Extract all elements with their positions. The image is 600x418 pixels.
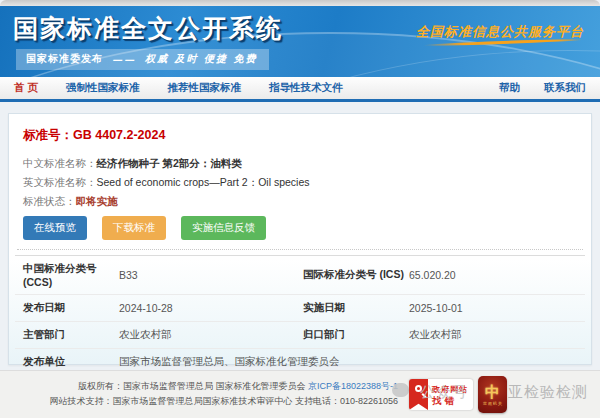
issuing-unit-value: 国家市场监督管理总局、国家标准化管理委员会 — [119, 355, 585, 369]
download-standard-button[interactable]: 下载标准 — [102, 216, 166, 240]
table-row-classification: 中国标准分类号 (CCS) B33 国际标准分类号 (ICS) 65.020.2… — [15, 256, 585, 295]
banner-dash: —— — [112, 54, 136, 65]
publisher-text: 国家标准委发布 — [26, 52, 103, 66]
online-preview-button[interactable]: 在线预览 — [23, 216, 87, 240]
centralized-dept-label: 归口部门 — [303, 328, 409, 342]
icp-license-link[interactable]: 京ICP备18022388号-1 — [308, 381, 398, 391]
content-gap — [0, 102, 600, 113]
dotted-divider — [17, 249, 583, 250]
nav-item-help[interactable]: 帮助 — [499, 81, 520, 95]
phone-number: 010-82261056 — [340, 396, 398, 406]
wechat-watermark-icon — [392, 383, 409, 397]
platform-logo-text[interactable]: 全国标准信息公共服务平台 — [416, 23, 584, 41]
status-label: 标准状态： — [23, 195, 76, 207]
centralized-dept-value: 农业农村部 — [409, 328, 585, 342]
support-org: 国家市场监督管理总局国家标准技术审评中心 — [112, 396, 292, 406]
en-name-value: Seed of economic crops—Part 2：Oil specie… — [97, 176, 310, 188]
standard-number: 标准号：GB 4407.2-2024 — [23, 127, 585, 144]
ccs-value: B33 — [119, 269, 303, 281]
watermark-text-inspection: 亚检验检测 — [508, 383, 588, 402]
nav-item-home[interactable]: 首 页 — [14, 81, 38, 95]
field-cn-name: 中文标准名称：经济作物种子 第2部分：油料类 — [23, 156, 585, 170]
ccs-label: 中国标准分类号 (CCS) — [15, 262, 119, 288]
support-label: 网站技术支持： — [49, 396, 112, 406]
support-line: 网站技术支持：国家市场监督管理总局国家标准技术审评中心 支持电话：010-822… — [0, 394, 398, 409]
competent-dept-value: 农业农村部 — [119, 328, 303, 342]
nav-item-recommended-standards[interactable]: 推荐性国家标准 — [167, 81, 241, 95]
implement-date-value: 2025-10-01 — [409, 302, 585, 314]
ics-value: 65.020.20 — [409, 269, 585, 281]
implement-date-label: 实施日期 — [303, 301, 409, 315]
en-name-label: 英文标准名称： — [23, 176, 97, 188]
publisher-banner: 国家标准委发布 —— 权威 及时 便捷 免费 — [16, 49, 269, 70]
emblem-caption: 党政机关 — [482, 400, 502, 405]
copyright-line: 版权所有：国家市场监督管理总局 国家标准化管理委员会 京ICP备18022388… — [0, 379, 398, 394]
emblem-glyph: 中 — [485, 384, 500, 400]
copyright-label: 版权所有： — [78, 381, 123, 391]
watermark-text-gongzhonghao: 公众号 — [420, 383, 468, 402]
standard-detail-panel: 标准号：GB 4407.2-2024 中文标准名称：经济作物种子 第2部分：油料… — [8, 113, 592, 365]
nav-item-mandatory-standards[interactable]: 强制性国家标准 — [66, 81, 140, 95]
gov-agency-emblem-badge[interactable]: 中 党政机关 — [478, 376, 507, 413]
page-footer: 版权所有：国家市场监督管理总局 国家标准化管理委员会 京ICP备18022388… — [0, 370, 600, 418]
copyright-owner: 国家市场监督管理总局 国家标准化管理委员会 — [123, 381, 306, 391]
site-title: 国家标准全文公开系统 — [13, 12, 283, 45]
standard-number-label: 标准号： — [23, 128, 73, 142]
action-buttons: 在线预览 下载标准 实施信息反馈 — [23, 216, 585, 240]
publish-date-value: 2024-10-28 — [119, 302, 303, 314]
nav-item-guiding-documents[interactable]: 指导性技术文件 — [269, 81, 343, 95]
table-row-departments: 主管部门 农业农村部 归口部门 农业农村部 — [15, 322, 585, 349]
slogan-text: 权威 及时 便捷 免费 — [145, 52, 257, 66]
competent-dept-label: 主管部门 — [15, 328, 119, 342]
issuing-unit-label: 发布单位 — [15, 355, 119, 369]
status-badge: 即将实施 — [76, 195, 118, 207]
ics-label: 国际标准分类号 (ICS) — [303, 268, 409, 282]
field-status: 标准状态：即将实施 — [23, 194, 585, 208]
cn-name-label: 中文标准名称： — [23, 157, 97, 169]
footer-text-block: 版权所有：国家市场监督管理总局 国家标准化管理委员会 京ICP备18022388… — [0, 379, 398, 409]
publish-date-label: 发布日期 — [15, 301, 119, 315]
cn-name-value: 经济作物种子 第2部分：油料类 — [97, 157, 242, 169]
nav-item-contact[interactable]: 联系我们 — [544, 81, 586, 95]
standard-number-value: GB 4407.2-2024 — [73, 128, 165, 142]
table-row-dates: 发布日期 2024-10-28 实施日期 2025-10-01 — [15, 295, 585, 322]
site-header: 国家标准全文公开系统 国家标准委发布 —— 权威 及时 便捷 免费 全国标准信息… — [0, 6, 600, 77]
phone-label: 支持电话： — [295, 396, 340, 406]
main-navbar: 首 页 强制性国家标准 推荐性国家标准 指导性技术文件 帮助 联系我们 — [0, 77, 600, 102]
implementation-feedback-button[interactable]: 实施信息反馈 — [181, 216, 266, 240]
field-en-name: 英文标准名称：Seed of economic crops—Part 2：Oil… — [23, 175, 585, 189]
